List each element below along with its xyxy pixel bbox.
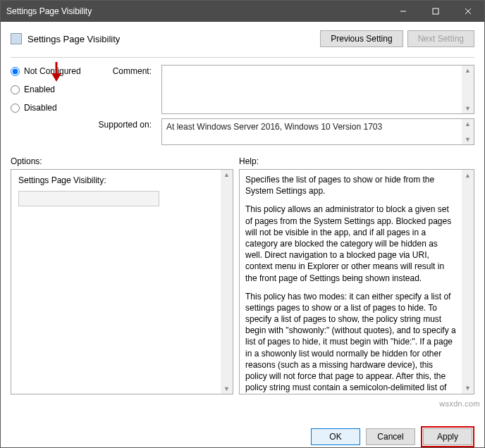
scroll-up-icon[interactable]: ▲ — [223, 170, 230, 180]
radio-disabled[interactable]: Disabled — [11, 103, 88, 113]
supported-on-label: Supported on: — [94, 120, 152, 130]
scrollbar[interactable]: ▲ ▼ — [462, 66, 474, 113]
scroll-up-icon[interactable]: ▲ — [465, 66, 471, 75]
supported-row: Supported on: At least Windows Server 20… — [1, 114, 484, 145]
annotation-arrow-icon — [49, 61, 64, 82]
ok-button[interactable]: OK — [311, 428, 360, 445]
next-setting-button: Next Setting — [407, 30, 474, 47]
window-controls — [387, 1, 484, 22]
scroll-down-icon[interactable]: ▼ — [465, 104, 471, 113]
scrollbar[interactable]: ▲ ▼ — [221, 170, 233, 394]
svg-rect-1 — [433, 8, 438, 14]
minimize-button[interactable] — [387, 1, 419, 22]
apply-highlight: Apply — [421, 426, 474, 447]
policy-icon — [11, 33, 22, 44]
header-row: Settings Page Visibility Previous Settin… — [1, 22, 484, 51]
help-paragraph: This policy has two modes: it can either… — [245, 291, 457, 394]
radio-enabled-label: Enabled — [24, 85, 55, 94]
state-radio-group: Not Configured Enabled Disabled — [11, 65, 88, 114]
page-title: Settings Page Visibility — [27, 34, 120, 44]
radio-disabled-label: Disabled — [24, 103, 57, 113]
scroll-up-icon[interactable]: ▲ — [465, 170, 471, 181]
policy-editor-window: Settings Page Visibility Settings Page V… — [0, 0, 485, 448]
radio-disabled-input[interactable] — [11, 104, 20, 113]
settings-page-visibility-input[interactable] — [18, 191, 159, 206]
apply-button[interactable]: Apply — [423, 428, 472, 445]
options-panel: Settings Page Visibility: ▲ ▼ — [11, 169, 233, 394]
comment-textarea[interactable]: ▲ ▼ — [161, 65, 474, 114]
maximize-button[interactable] — [419, 1, 452, 22]
help-label: Help: — [239, 156, 259, 166]
scroll-down-icon[interactable]: ▼ — [465, 135, 471, 144]
help-paragraph: This policy allows an administrator to b… — [245, 204, 457, 283]
panels-row: Settings Page Visibility: ▲ ▼ Specifies … — [1, 169, 484, 419]
supported-on-box: At least Windows Server 2016, Windows 10… — [161, 118, 474, 145]
options-label: Options: — [11, 156, 233, 166]
window-title: Settings Page Visibility — [6, 6, 92, 16]
cancel-button[interactable]: Cancel — [366, 428, 415, 445]
footer-buttons: OK Cancel Apply — [1, 419, 484, 447]
comment-label: Comment: — [94, 66, 152, 76]
scrollbar[interactable]: ▲ ▼ — [462, 119, 474, 144]
watermark-text: wsxdn.com — [439, 399, 480, 408]
radio-enabled-input[interactable] — [11, 85, 20, 94]
supported-on-text: At least Windows Server 2016, Windows 10… — [166, 122, 382, 132]
options-field-label: Settings Page Visibility: — [18, 175, 216, 185]
previous-setting-button[interactable]: Previous Setting — [320, 30, 403, 47]
svg-marker-5 — [51, 73, 61, 82]
scrollbar[interactable]: ▲ ▼ — [462, 170, 474, 394]
config-row: Not Configured Enabled Disabled Comment:… — [1, 58, 484, 114]
radio-not-configured-input[interactable] — [11, 67, 20, 76]
scroll-up-icon[interactable]: ▲ — [465, 119, 471, 129]
close-button[interactable] — [452, 1, 484, 22]
scroll-down-icon[interactable]: ▼ — [465, 382, 471, 394]
titlebar: Settings Page Visibility — [1, 1, 484, 22]
radio-enabled[interactable]: Enabled — [11, 85, 88, 94]
help-paragraph: Specifies the list of pages to show or h… — [245, 174, 457, 197]
scroll-down-icon[interactable]: ▼ — [223, 384, 230, 394]
panel-labels: Options: Help: — [1, 145, 484, 169]
help-panel: Specifies the list of pages to show or h… — [239, 169, 474, 394]
